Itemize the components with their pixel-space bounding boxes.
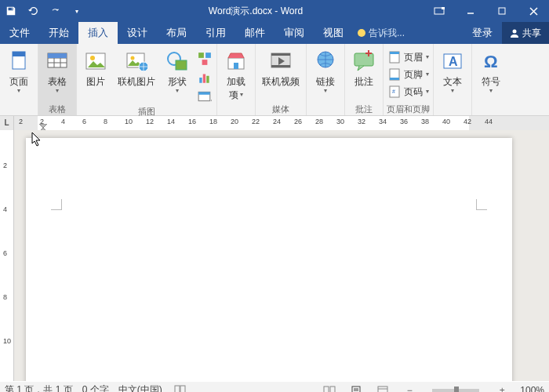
group-tables: 表格▾ 表格	[38, 44, 77, 115]
svg-rect-44	[324, 387, 329, 393]
svg-rect-19	[199, 78, 202, 83]
zoom-out-button[interactable]: −	[401, 383, 418, 393]
tell-me-label: 告诉我...	[369, 27, 405, 40]
undo-button[interactable]	[22, 0, 44, 22]
page-status[interactable]: 第 1 页，共 1 页	[5, 383, 73, 392]
language-status[interactable]: 中文(中国)	[118, 383, 162, 392]
addins-label-2: 项	[229, 89, 238, 102]
tab-review[interactable]: 审阅	[274, 22, 314, 44]
minimize-button[interactable]	[455, 0, 486, 22]
svg-text:A: A	[449, 55, 458, 68]
svg-rect-15	[176, 60, 187, 70]
web-layout-button[interactable]	[374, 383, 391, 393]
tab-references[interactable]: 引用	[196, 22, 235, 44]
margin-corner-icon	[51, 199, 62, 210]
cover-page-button[interactable]: 页面▾	[3, 45, 35, 94]
tab-layout[interactable]: 布局	[157, 22, 196, 44]
login-button[interactable]: 登录	[463, 22, 502, 44]
comment-label: 批注	[354, 75, 373, 89]
addins-button[interactable]: 加载 项▾	[220, 45, 252, 102]
picture-icon	[83, 49, 108, 74]
share-button[interactable]: 共享	[502, 22, 549, 44]
store-icon	[224, 49, 249, 74]
status-bar: 第 1 页，共 1 页 0 个字 中文(中国) − + 100%	[0, 381, 549, 392]
tab-insert[interactable]: 插入	[78, 22, 118, 44]
close-button[interactable]	[518, 0, 549, 22]
shapes-button[interactable]: 形状▾	[162, 45, 193, 94]
group-comments: 批注 批注	[345, 44, 384, 115]
zoom-thumb[interactable]	[454, 387, 459, 393]
footer-icon	[388, 68, 401, 81]
vertical-ruler[interactable]: 246810	[0, 130, 14, 381]
comment-button[interactable]: 批注	[348, 45, 380, 89]
smartart-icon	[198, 52, 212, 66]
symbol-button[interactable]: Ω 符号▾	[475, 45, 507, 94]
text-box-button[interactable]: A 文本▾	[437, 45, 468, 94]
online-video-button[interactable]: 联机视频	[259, 45, 303, 89]
person-icon	[510, 28, 519, 38]
redo-button[interactable]	[44, 0, 66, 22]
zoom-in-button[interactable]: +	[493, 383, 511, 393]
document-area: 246810	[0, 130, 549, 381]
footer-label: 页脚	[404, 68, 423, 82]
tab-file[interactable]: 文件	[0, 22, 39, 44]
proofing-icon[interactable]	[172, 383, 189, 393]
group-label	[3, 103, 35, 115]
header-button[interactable]: 页眉▾	[388, 49, 429, 66]
cursor-icon	[31, 132, 42, 147]
page-icon	[6, 49, 31, 74]
textbox-icon: A	[440, 49, 465, 74]
group-links: 链接▾	[307, 44, 345, 115]
page[interactable]	[26, 138, 512, 381]
group-label: 媒体	[259, 103, 303, 115]
margin-corner-icon	[476, 199, 487, 210]
tab-mailings[interactable]: 邮件	[235, 22, 274, 44]
footer-button[interactable]: 页脚▾	[388, 66, 429, 83]
zoom-level[interactable]: 100%	[520, 385, 544, 393]
read-mode-button[interactable]	[321, 383, 338, 393]
group-label: 表格	[42, 103, 73, 115]
page-viewport[interactable]	[14, 130, 549, 381]
svg-rect-46	[352, 387, 360, 393]
svg-rect-1	[442, 7, 445, 9]
tab-home[interactable]: 开始	[39, 22, 78, 44]
ribbon-tab-bar: 文件 开始 插入 设计 布局 引用 邮件 审阅 视图 告诉我... 登录 共享	[0, 22, 549, 44]
svg-point-12	[131, 56, 135, 60]
svg-rect-45	[330, 387, 335, 393]
header-label: 页眉	[404, 51, 423, 64]
group-label	[437, 103, 468, 115]
chart-button[interactable]	[196, 69, 213, 86]
group-label	[475, 103, 507, 115]
online-picture-label: 联机图片	[118, 75, 155, 89]
maximize-button[interactable]	[486, 0, 518, 22]
tell-me-input[interactable]: 告诉我...	[358, 27, 405, 40]
link-button[interactable]: 链接▾	[310, 45, 341, 94]
svg-rect-21	[206, 76, 209, 83]
chevron-down-icon: ▾	[451, 87, 454, 94]
svg-point-10	[90, 56, 95, 60]
tab-design[interactable]: 设计	[118, 22, 157, 44]
chevron-down-icon: ▾	[426, 88, 429, 95]
svg-rect-29	[271, 65, 290, 67]
print-layout-button[interactable]	[347, 383, 365, 393]
ribbon-options-button[interactable]	[424, 0, 455, 22]
svg-text:Ω: Ω	[484, 52, 498, 71]
picture-button[interactable]: 图片	[80, 45, 111, 89]
page-number-button[interactable]: #页码▾	[388, 83, 429, 100]
table-button[interactable]: 表格▾	[42, 45, 73, 94]
save-button[interactable]	[0, 0, 22, 22]
group-symbols: Ω 符号▾	[472, 44, 510, 115]
svg-text:▾: ▾	[211, 98, 212, 103]
zoom-slider[interactable]	[432, 389, 479, 392]
window-title: Word演示.docx - Word	[88, 5, 424, 18]
screenshot-button[interactable]: ▾	[196, 88, 213, 105]
online-picture-button[interactable]: 联机图片	[115, 45, 158, 89]
qat-customize-icon[interactable]: ▾	[66, 0, 88, 22]
omega-icon: Ω	[478, 49, 504, 74]
smartart-button[interactable]	[196, 50, 213, 67]
tab-selector[interactable]: L	[0, 116, 14, 130]
svg-rect-3	[499, 8, 505, 14]
word-count[interactable]: 0 个字	[82, 383, 109, 392]
horizontal-ruler[interactable]: L 22468101214161820222426283032343638404…	[0, 116, 549, 130]
tab-view[interactable]: 视图	[314, 22, 353, 44]
